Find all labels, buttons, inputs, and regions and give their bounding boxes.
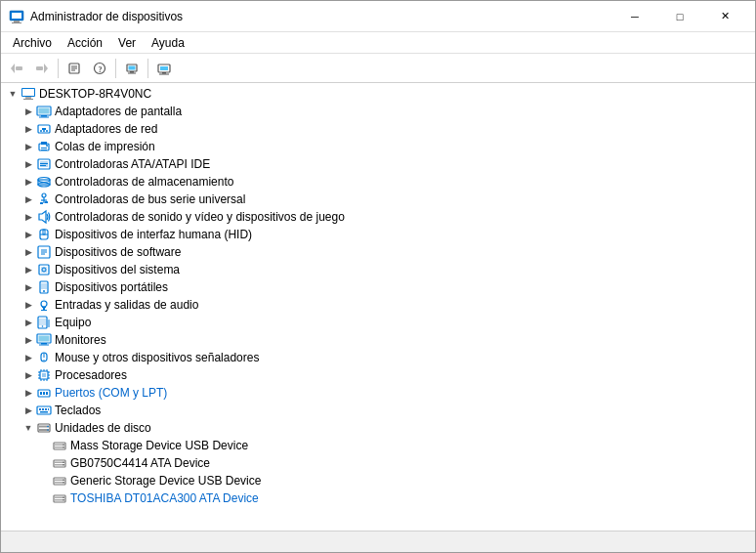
label-controladoras-almacenamiento: Controladoras de almacenamiento	[55, 175, 233, 189]
expand-mouse[interactable]: ▶	[21, 350, 36, 365]
expand-equipo[interactable]: ▶	[21, 315, 36, 330]
root-node: ▼ DESKTOP-8R4V0NC ▶	[1, 85, 755, 507]
expand-sys[interactable]: ▶	[21, 262, 36, 277]
ata-icon	[36, 156, 52, 172]
expand-controladoras-ata[interactable]: ▶	[21, 156, 36, 172]
expand-colas-impresion[interactable]: ▶	[21, 139, 36, 154]
svg-rect-24	[25, 97, 31, 99]
cat-puertos[interactable]: ▶ Puertos (COM y LPT)	[1, 384, 755, 402]
cat-colas-impresion[interactable]: ▶ Colas de impresión	[1, 138, 755, 155]
maximize-button[interactable]: □	[657, 1, 702, 32]
expand-teclados[interactable]: ▶	[21, 403, 36, 418]
svg-rect-27	[39, 108, 50, 114]
cat-portable[interactable]: ▶ Dispositivos portátiles	[1, 278, 755, 296]
svg-rect-110	[54, 443, 65, 449]
svg-rect-51	[45, 201, 48, 203]
svg-rect-29	[39, 117, 49, 118]
cat-teclados[interactable]: ▶ Teclados	[1, 402, 755, 419]
update-driver-button[interactable]	[120, 57, 144, 80]
disk-item-4[interactable]: ▶ TOSHIBA DT01ACA300 ATA Device	[1, 489, 755, 507]
menu-archivo[interactable]: Archivo	[5, 34, 60, 52]
svg-rect-96	[40, 392, 42, 395]
cat-unidades-disco[interactable]: ▼ Unidades de disco	[1, 419, 755, 437]
svg-rect-99	[37, 406, 51, 414]
svg-rect-120	[54, 478, 65, 485]
label-adaptadores-pantalla: Adaptadores de pantalla	[55, 105, 182, 118]
svg-rect-82	[42, 373, 46, 377]
expand-adaptadores-red[interactable]: ▶	[21, 121, 36, 137]
cat-adaptadores-pantalla[interactable]: ▶ Adaptadores de pantalla	[1, 103, 755, 120]
disk-item-4-icon	[52, 490, 67, 506]
svg-rect-54	[43, 230, 45, 234]
svg-rect-98	[46, 392, 48, 395]
expand-adaptadores-pantalla[interactable]: ▶	[21, 104, 36, 119]
svg-rect-37	[41, 148, 47, 149]
app-icon	[9, 9, 24, 24]
keyboard-icon	[36, 403, 52, 418]
cat-adaptadores-red[interactable]: ▶ Adaptadores de red	[1, 120, 755, 138]
cat-controladoras-usb[interactable]: ▶ Controladoras de bus serie universal	[1, 191, 755, 208]
expand-procesadores[interactable]: ▶	[21, 367, 36, 383]
cat-controladoras-sonido[interactable]: ▶ Controladoras de sonido y vídeo y disp…	[1, 208, 755, 226]
expand-monitores[interactable]: ▶	[21, 332, 36, 348]
cat-sw[interactable]: ▶ Dispositivos de software	[1, 243, 755, 261]
svg-rect-71	[39, 319, 46, 325]
svg-point-80	[43, 360, 45, 362]
display-adapter-icon	[36, 104, 52, 119]
label-adaptadores-red: Adaptadores de red	[55, 122, 157, 136]
menu-ver[interactable]: Ver	[110, 34, 144, 52]
svg-point-114	[63, 447, 63, 447]
expand-hid[interactable]: ▶	[21, 227, 36, 242]
cat-procesadores[interactable]: ▶	[1, 366, 755, 384]
svg-marker-52	[39, 211, 46, 223]
svg-rect-28	[41, 115, 47, 117]
svg-point-47	[42, 193, 46, 197]
close-button[interactable]: ✕	[702, 1, 747, 32]
cat-mouse[interactable]: ▶ Mouse y otros dispositivos señaladores	[1, 349, 755, 366]
cat-monitores[interactable]: ▶ Monitores	[1, 331, 755, 349]
label-disk-4: TOSHIBA DT01ACA300 ATA Device	[70, 491, 259, 505]
svg-rect-19	[160, 66, 168, 70]
expand-sw[interactable]: ▶	[21, 244, 36, 260]
sound-icon	[36, 209, 52, 225]
cat-controladoras-ata[interactable]: ▶ Controladoras ATA/ATAPI IDE	[1, 155, 755, 173]
expand-controladoras-sonido[interactable]: ▶	[21, 209, 36, 225]
root-row[interactable]: ▼ DESKTOP-8R4V0NC	[1, 85, 755, 103]
cat-equipo[interactable]: ▶ Equipo	[1, 314, 755, 331]
svg-rect-34	[42, 128, 46, 130]
menu-accion[interactable]: Acción	[60, 34, 110, 52]
disk-item-2[interactable]: ▶ GB0750C4414 ATA Device	[1, 454, 755, 472]
menu-ayuda[interactable]: Ayuda	[144, 34, 192, 52]
svg-rect-73	[48, 319, 50, 327]
help-button[interactable]: ?	[88, 57, 111, 80]
forward-button[interactable]	[30, 57, 54, 80]
svg-rect-2	[14, 21, 20, 22]
device-tree[interactable]: ▼ DESKTOP-8R4V0NC ▶	[1, 83, 755, 531]
label-colas-impresion: Colas de impresión	[55, 140, 155, 153]
minimize-button[interactable]: ─	[612, 1, 657, 32]
toolbar-separator-3	[147, 59, 148, 78]
equipo-icon	[36, 315, 52, 330]
cat-audio[interactable]: ▶ Entradas y salidas de audio	[1, 296, 755, 314]
root-expand[interactable]: ▼	[5, 86, 21, 102]
svg-rect-23	[22, 89, 34, 96]
cat-sys[interactable]: ▶ Dispositivos del sistema	[1, 261, 755, 278]
expand-audio[interactable]: ▶	[21, 297, 36, 313]
expand-portable[interactable]: ▶	[21, 279, 36, 295]
cat-controladoras-almacenamiento[interactable]: ▶ Controladoras de almacenamiento	[1, 173, 755, 191]
scan-hardware-button[interactable]	[152, 57, 176, 80]
expand-controladoras-almacenamiento[interactable]: ▶	[21, 174, 36, 190]
disk-item-3[interactable]: ▶ Generic Storage Device USB Device	[1, 472, 755, 489]
expand-unidades-disco[interactable]: ▼	[21, 420, 36, 436]
properties-button[interactable]	[63, 57, 86, 80]
expand-controladoras-usb[interactable]: ▶	[21, 191, 36, 207]
svg-rect-20	[162, 72, 166, 74]
svg-point-118	[63, 462, 63, 463]
disk-item-1[interactable]: ▶ Mass Storage Device USB Device	[1, 437, 755, 454]
cpu-icon	[36, 367, 52, 383]
cat-hid[interactable]: ▶ Dispositivos de interfaz humana (HID)	[1, 226, 755, 243]
expand-puertos[interactable]: ▶	[21, 385, 36, 401]
back-button[interactable]	[5, 57, 28, 80]
svg-rect-38	[41, 149, 47, 150]
computer-icon	[21, 86, 36, 102]
